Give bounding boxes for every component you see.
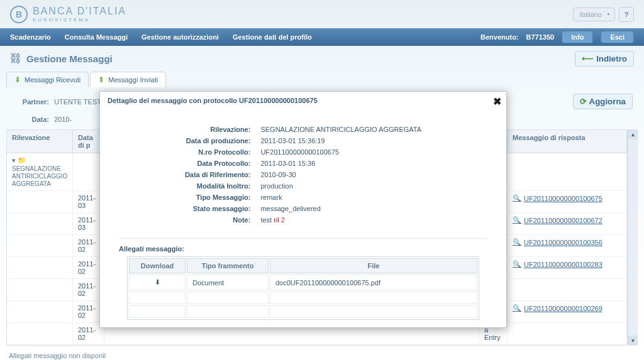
search-icon: 🔍 — [513, 216, 521, 224]
detail-note-label: Note: — [180, 214, 256, 226]
detail-stato-messaggio-value: message_delivered — [255, 203, 426, 214]
back-button[interactable]: ⟵ Indietro — [575, 51, 634, 67]
welcome-user: B771350 — [526, 33, 555, 41]
language-dropdown[interactable]: Italiano — [573, 8, 615, 21]
tab-sent-label: Messaggi Inviati — [108, 76, 158, 84]
detail-modalita-inoltro-value: production — [255, 180, 426, 192]
nav-consulta-messaggi[interactable]: Consulta Messaggi — [65, 33, 128, 41]
detail-modalita-inoltro-label: Modalità Inoltro: — [180, 180, 256, 192]
exit-button[interactable]: Esci — [601, 31, 634, 43]
att-tipo-value: Document — [187, 275, 269, 290]
detail-data-produzione-value: 2011-03-01 15:36:19 — [255, 135, 426, 146]
detail-nro-protocollo-value: UF201100000000100675 — [255, 146, 426, 158]
attachment-row[interactable]: ⬇ Document doc0UF201100000000100675.pdf — [129, 275, 477, 290]
search-icon: 🔍 — [513, 260, 521, 268]
info-button[interactable]: Info — [562, 31, 593, 43]
refresh-button[interactable]: ⟳ Aggiorna — [573, 94, 633, 109]
detail-tipo-messaggio-label: Tipo Messaggio: — [180, 192, 256, 203]
attachments-heading: Allegati messaggio: — [119, 245, 487, 253]
page-title: Gestione Messaggi — [26, 53, 113, 64]
message-detail-modal: Dettaglio del messaggio con protocollo U… — [99, 91, 507, 328]
att-col-tipo[interactable]: Tipo frammento — [187, 258, 269, 273]
brand-logo: B BANCA D'ITALIA EUROSISTEMA — [10, 6, 126, 23]
attachment-row-empty — [129, 292, 477, 304]
tree-expand-icon[interactable]: ▾ 📁 — [12, 156, 26, 164]
refresh-icon: ⟳ — [580, 97, 587, 106]
detail-tipo-messaggio-value: remark — [255, 192, 426, 203]
response-link[interactable]: 🔍UF201100000000100675 — [513, 194, 621, 202]
att-col-download[interactable]: Download — [129, 258, 186, 273]
detail-data-riferimento-value: 2010-09-30 — [255, 169, 426, 180]
scroll-down-icon[interactable]: ▼ — [628, 335, 638, 346]
search-icon: 🔍 — [513, 194, 521, 202]
refresh-label: Aggiorna — [589, 97, 626, 106]
back-arrow-icon: ⟵ — [582, 54, 594, 63]
logo-icon: B — [10, 6, 28, 23]
brand-subtitle: EUROSISTEMA — [33, 17, 126, 23]
help-button[interactable]: ? — [619, 7, 634, 22]
att-file-value: doc0UF201100000000100675.pdf — [270, 275, 477, 290]
scroll-up-icon[interactable]: ▲ — [628, 129, 638, 139]
download-arrow-icon: ⬇ — [14, 75, 21, 84]
vertical-scrollbar[interactable]: ▲ ▼ — [628, 129, 638, 346]
partner-label: Partner: — [11, 98, 49, 106]
brand-name: BANCA D'ITALIA — [33, 6, 126, 17]
nav-scadenzario[interactable]: Scadenzario — [10, 33, 51, 41]
attachments-unavailable-label: Allegati messaggio non disponil — [0, 346, 644, 360]
modal-title: Dettaglio del messaggio con protocollo U… — [108, 97, 318, 104]
nav-gestione-dati-profilo[interactable]: Gestione dati del profilo — [233, 33, 312, 41]
tab-messaggi-inviati[interactable]: ⬆ Messaggi Inviati — [90, 72, 166, 87]
response-link[interactable]: 🔍UF201100000000100283 — [513, 260, 621, 268]
detail-data-riferimento-label: Data di Riferimento: — [180, 169, 256, 180]
attachments-table: Download Tipo frammento File ⬇ Document … — [127, 256, 479, 320]
detail-rilevazione-value: SEGNALAZIONE ANTIRICICLAGGIO AGGREGATA — [255, 124, 426, 135]
detail-stato-messaggio-label: Stato messaggio: — [180, 203, 256, 214]
users-icon: ⛓ — [10, 52, 21, 65]
att-col-file[interactable]: File — [270, 258, 477, 273]
detail-note-value: test ril 2 — [255, 214, 426, 226]
download-icon[interactable]: ⬇ — [155, 278, 160, 286]
nav-gestione-autorizzazioni[interactable]: Gestione autorizzazioni — [142, 33, 219, 41]
tree-label: SEGNALAZIONE ANTIRICICLAGGIO AGGREGATA — [12, 165, 67, 187]
col-header-response[interactable]: Messaggio di risposta — [508, 130, 627, 153]
welcome-label: Benvenuto: — [480, 33, 519, 41]
detail-data-protocollo-label: Data Protocollo: — [180, 158, 256, 169]
date-label: Data: — [11, 116, 49, 123]
upload-arrow-icon: ⬆ — [98, 75, 104, 84]
search-icon: 🔍 — [513, 238, 521, 246]
attachment-row-empty — [129, 305, 477, 318]
back-label: Indietro — [596, 54, 627, 63]
detail-data-produzione-label: Data di produzione: — [180, 135, 256, 146]
response-link[interactable]: 🔍UF201100000000100356 — [513, 238, 621, 246]
response-link[interactable]: 🔍UF201100000000100672 — [513, 216, 621, 224]
col-header-rilevazione[interactable]: Rilevazione — [7, 130, 73, 153]
detail-data-protocollo-value: 2011-03-01 15:36 — [255, 158, 426, 169]
date-value: 2010- — [54, 116, 72, 123]
close-icon[interactable]: ✖ — [493, 95, 501, 107]
tab-received-label: Messaggi Ricevuti — [25, 76, 80, 84]
tab-messaggi-ricevuti[interactable]: ⬇ Messaggi Ricevuti — [6, 72, 89, 87]
tree-node-segnalazione[interactable]: ▾ 📁 SEGNALAZIONE ANTIRICICLAGGIO AGGREGA… — [7, 153, 73, 190]
detail-nro-protocollo-label: N.ro Protocollo: — [180, 146, 256, 158]
search-icon: 🔍 — [513, 304, 521, 312]
response-link[interactable]: 🔍UF201100000000100269 — [513, 304, 621, 312]
detail-rilevazione-label: Rilevazione: — [180, 124, 256, 135]
